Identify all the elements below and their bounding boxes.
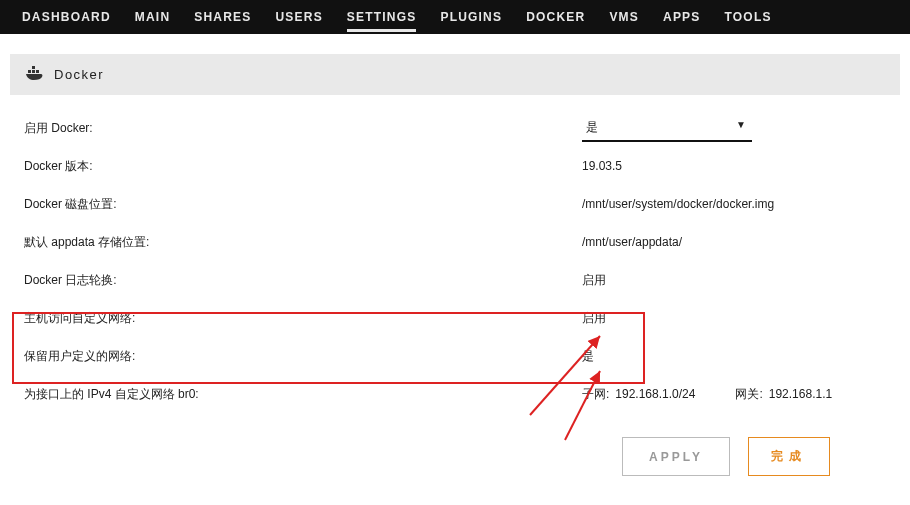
subnet-label: 子网: [582,387,609,401]
svg-rect-3 [36,70,39,73]
nav-settings[interactable]: SETTINGS [335,0,429,34]
row-appdata: 默认 appdata 存储位置: /mnt/user/appdata/ [22,223,888,261]
version-label: Docker 版本: [22,158,582,175]
host-access-value: 启用 [582,310,888,327]
section-header: Docker [10,54,900,95]
settings-form: 启用 Docker: 是 ▼ Docker 版本: 19.03.5 Docker… [0,109,910,476]
row-preserve-net: 保留用户定义的网络: 是 [22,337,888,375]
appdata-label: 默认 appdata 存储位置: [22,234,582,251]
row-logrotate: Docker 日志轮换: 启用 [22,261,888,299]
row-vdisk: Docker 磁盘位置: /mnt/user/system/docker/doc… [22,185,888,223]
ipv4-label: 为接口上的 IPv4 自定义网络 br0: [22,386,582,403]
row-enable-docker: 启用 Docker: 是 ▼ [22,109,888,147]
logrotate-label: Docker 日志轮换: [22,272,582,289]
nav-docker[interactable]: DOCKER [514,0,597,34]
top-nav: DASHBOARD MAIN SHARES USERS SETTINGS PLU… [0,0,910,34]
nav-apps[interactable]: APPS [651,0,712,34]
svg-rect-2 [32,66,35,69]
apply-button[interactable]: APPLY [622,437,730,476]
version-value: 19.03.5 [582,159,888,173]
nav-plugins[interactable]: PLUGINS [428,0,514,34]
preserve-net-value: 是 [582,348,888,365]
docker-icon [26,66,54,83]
svg-rect-1 [32,70,35,73]
gateway-label: 网关: [735,387,762,401]
nav-tools[interactable]: TOOLS [713,0,784,34]
subnet-value: 192.168.1.0/24 [615,387,695,401]
vdisk-value: /mnt/user/system/docker/docker.img [582,197,888,211]
enable-docker-select[interactable]: 是 ▼ [582,115,752,142]
enable-docker-label: 启用 Docker: [22,120,582,137]
appdata-value: /mnt/user/appdata/ [582,235,888,249]
done-button[interactable]: 完成 [748,437,830,476]
nav-main[interactable]: MAIN [123,0,182,34]
row-version: Docker 版本: 19.03.5 [22,147,888,185]
form-actions: APPLY 完成 [622,437,888,476]
nav-users[interactable]: USERS [264,0,335,34]
preserve-net-label: 保留用户定义的网络: [22,348,582,365]
nav-dashboard[interactable]: DASHBOARD [10,0,123,34]
row-host-access: 主机访问自定义网络: 启用 [22,299,888,337]
host-access-label: 主机访问自定义网络: [22,310,582,327]
svg-rect-0 [28,70,31,73]
gateway-value: 192.168.1.1 [769,387,832,401]
vdisk-label: Docker 磁盘位置: [22,196,582,213]
enable-docker-value: 是 [582,115,752,142]
nav-vms[interactable]: VMS [597,0,651,34]
section-title: Docker [54,67,104,82]
logrotate-value: 启用 [582,272,888,289]
row-ipv4-br0: 为接口上的 IPv4 自定义网络 br0: 子网:192.168.1.0/24 … [22,375,888,413]
nav-shares[interactable]: SHARES [182,0,263,34]
ipv4-details: 子网:192.168.1.0/24 网关:192.168.1.1 [582,386,888,403]
